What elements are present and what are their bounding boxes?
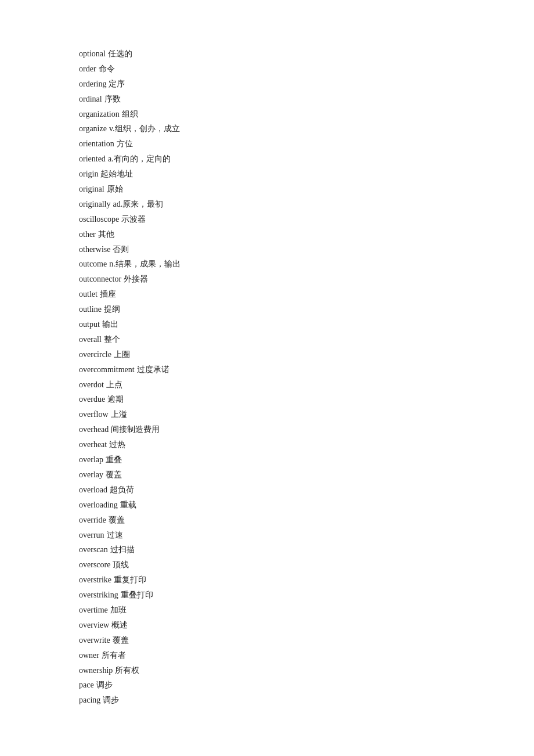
vocab-english: overload	[79, 485, 107, 494]
vocab-chinese: 序数	[104, 95, 121, 103]
list-item: overflow上溢	[79, 407, 534, 422]
vocab-chinese: ad.原来，最初	[113, 200, 163, 208]
vocab-english: overdot	[79, 380, 104, 389]
vocab-list: optional任选的order命令ordering定序ordinal序数org…	[79, 46, 534, 708]
vocab-chinese: 示波器	[121, 215, 146, 224]
vocab-chinese: 所有权	[115, 666, 139, 675]
vocab-chinese: n.结果，成果，输出	[109, 260, 181, 268]
list-item: other其他	[79, 227, 534, 242]
vocab-english: overloading	[79, 501, 118, 509]
list-item: overstrike重复打印	[79, 573, 534, 588]
vocab-chinese: 过速	[107, 531, 123, 539]
vocab-chinese: 覆盖	[109, 516, 125, 524]
vocab-chinese: v.组织，创办，成立	[109, 124, 180, 133]
vocab-english: overheat	[79, 440, 107, 449]
vocab-chinese: 原始	[107, 185, 123, 193]
list-item: output输出	[79, 317, 534, 332]
list-item: ordering定序	[79, 77, 534, 92]
vocab-chinese: 任选的	[108, 49, 132, 58]
vocab-english: overscan	[79, 545, 108, 554]
list-item: overall整个	[79, 332, 534, 347]
list-item: organization组织	[79, 107, 534, 122]
list-item: overscore顶线	[79, 557, 534, 573]
list-item: overtime加班	[79, 603, 534, 618]
vocab-chinese: 过扫描	[110, 545, 135, 554]
vocab-chinese: 上溢	[111, 410, 127, 419]
vocab-chinese: 上圈	[114, 350, 130, 359]
vocab-english: outcome	[79, 260, 107, 268]
list-item: ownership所有权	[79, 663, 534, 678]
vocab-english: overcircle	[79, 350, 111, 359]
list-item: overloading重载	[79, 498, 534, 513]
vocab-chinese: 其他	[98, 230, 114, 239]
vocab-chinese: 输出	[102, 320, 118, 329]
vocab-english: organize	[79, 124, 107, 133]
list-item: owner所有者	[79, 648, 534, 663]
vocab-chinese: 上点	[106, 380, 122, 389]
list-item: origin起始地址	[79, 167, 534, 182]
list-item: overdue逾期	[79, 392, 534, 407]
vocab-english: overall	[79, 335, 102, 344]
list-item: orientation方位	[79, 136, 534, 152]
vocab-english: order	[79, 64, 96, 73]
vocab-chinese: 命令	[99, 64, 115, 73]
list-item: pace调步	[79, 678, 534, 693]
vocab-chinese: 顶线	[113, 560, 129, 569]
vocab-chinese: 加班	[110, 606, 127, 614]
list-item: optional任选的	[79, 46, 534, 62]
vocab-chinese: 调步	[96, 681, 113, 689]
list-item: outlet插座	[79, 287, 534, 302]
vocab-chinese: 提纲	[104, 305, 120, 314]
list-item: overlay覆盖	[79, 467, 534, 483]
vocab-english: outline	[79, 305, 102, 314]
vocab-chinese: 方位	[117, 139, 133, 148]
vocab-english: overflow	[79, 410, 109, 419]
vocab-english: output	[79, 320, 100, 329]
vocab-chinese: 否则	[113, 245, 129, 254]
vocab-english: override	[79, 516, 106, 524]
vocab-english: original	[79, 185, 104, 193]
vocab-english: overwrite	[79, 636, 110, 645]
vocab-english: ordinal	[79, 95, 102, 103]
vocab-english: organization	[79, 110, 120, 118]
list-item: overhead间接制造费用	[79, 422, 534, 437]
vocab-english: overtime	[79, 606, 108, 614]
list-item: orienteda.有向的，定向的	[79, 152, 534, 167]
vocab-chinese: 重载	[120, 501, 136, 509]
list-item: outline提纲	[79, 302, 534, 317]
list-item: oscilloscope示波器	[79, 212, 534, 227]
vocab-chinese: 覆盖	[113, 636, 129, 645]
vocab-english: pace	[79, 681, 94, 689]
vocab-chinese: a.有向的，定向的	[108, 154, 171, 163]
list-item: outcomen.结果，成果，输出	[79, 257, 534, 272]
vocab-english: overstriking	[79, 591, 118, 599]
list-item: organizev.组织，创办，成立	[79, 121, 534, 136]
vocab-chinese: 间接制造费用	[111, 425, 160, 434]
list-item: overscan过扫描	[79, 542, 534, 557]
vocab-english: pacing	[79, 696, 100, 704]
list-item: original原始	[79, 182, 534, 197]
vocab-english: overrun	[79, 531, 104, 539]
vocab-chinese: 定序	[109, 80, 125, 88]
vocab-english: oriented	[79, 154, 106, 163]
vocab-chinese: 过热	[109, 440, 125, 449]
vocab-chinese: 过度承诺	[137, 365, 169, 374]
vocab-english: other	[79, 230, 96, 239]
vocab-chinese: 覆盖	[106, 470, 122, 479]
vocab-chinese: 所有者	[102, 651, 126, 660]
list-item: originallyad.原来，最初	[79, 197, 534, 212]
list-item: overdot上点	[79, 377, 534, 393]
vocab-english: origin	[79, 170, 98, 178]
vocab-english: orientation	[79, 139, 114, 148]
list-item: overcommitment过度承诺	[79, 362, 534, 377]
list-item: overstriking重叠打印	[79, 588, 534, 603]
list-item: overcircle上圈	[79, 347, 534, 362]
vocab-chinese: 概述	[111, 621, 128, 629]
list-item: order命令	[79, 62, 534, 77]
vocab-chinese: 重叠	[106, 455, 122, 464]
vocab-chinese: 逾期	[107, 395, 124, 404]
vocab-english: overlay	[79, 470, 103, 479]
vocab-chinese: 插座	[100, 290, 116, 298]
vocab-english: optional	[79, 49, 106, 58]
vocab-chinese: 重叠打印	[121, 591, 153, 599]
